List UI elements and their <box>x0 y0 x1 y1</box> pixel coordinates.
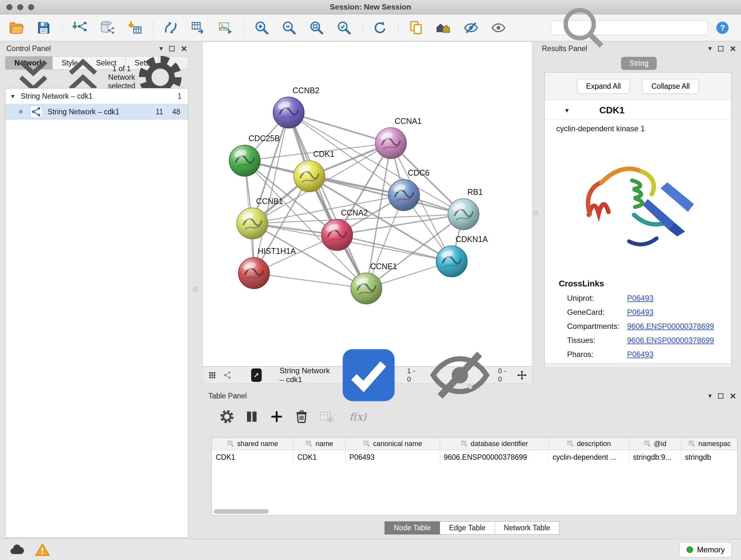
search-input[interactable] <box>612 23 704 32</box>
network-collection-row[interactable]: ▾ String Network – cdk1 1 <box>5 88 188 104</box>
collapse-table-panel-button[interactable]: ▾ <box>708 392 712 400</box>
network-node-CCNA1[interactable]: CCNA1 <box>375 116 421 159</box>
hide-selected-button[interactable] <box>463 19 479 37</box>
column-header-canonical-name[interactable]: canonical name <box>345 438 440 450</box>
cell-canonical-name[interactable]: P06493 <box>345 450 440 464</box>
network-node-CCNB2[interactable]: CCNB2 <box>273 86 320 128</box>
network-graph[interactable]: CCNB2CCNA1CDC25BCDK1CDC6RB1CCNB1CCNA2CDK… <box>203 42 532 366</box>
network-canvas[interactable]: CCNB2CCNA1CDC25BCDK1CDC6RB1CCNB1CCNA2CDK… <box>202 42 532 367</box>
close-table-panel-button[interactable]: × <box>730 391 736 401</box>
warnings-button[interactable] <box>35 542 51 558</box>
open-icon <box>8 19 24 37</box>
share-network-button[interactable] <box>223 369 232 381</box>
zoom-out-button[interactable] <box>281 19 297 37</box>
genecard-link[interactable]: P06493 <box>627 308 654 317</box>
cloud-status-button[interactable] <box>9 542 25 558</box>
grid-view-button[interactable] <box>208 369 217 381</box>
minimize-window-button[interactable] <box>17 4 23 10</box>
tab-network-table[interactable]: Network Table <box>495 521 559 535</box>
zoom-selected-button[interactable] <box>336 19 352 37</box>
import-network-database-button[interactable] <box>99 19 115 37</box>
node-label: CDC6 <box>408 168 429 177</box>
string-results-tab[interactable]: String <box>621 57 657 70</box>
table-options-button[interactable] <box>219 409 234 424</box>
float-control-panel-button[interactable] <box>169 46 175 51</box>
show-columns-button[interactable] <box>244 409 259 424</box>
newnet-icon <box>163 19 179 37</box>
cloud-icon <box>9 542 25 558</box>
help-button[interactable]: ? <box>715 20 730 36</box>
network-edge[interactable] <box>288 113 366 289</box>
collapse-control-panel-button[interactable]: ▾ <box>159 44 163 53</box>
import-table-button[interactable] <box>127 19 143 37</box>
network-node-CDKN1A[interactable]: CDKN1A <box>436 235 488 277</box>
cell-name[interactable]: CDK1 <box>293 450 345 464</box>
table-row[interactable]: CDK1 CDK1 P06493 9606.ENSP00000378699 cy… <box>212 450 738 464</box>
expand-all-button[interactable]: Expand All <box>577 79 630 94</box>
splitter-handle[interactable] <box>533 210 538 215</box>
collapse-all-button[interactable]: Collapse All <box>642 79 699 94</box>
network-edge[interactable] <box>288 113 391 143</box>
compartments-link[interactable]: 9606.ENSP00000378699 <box>627 322 714 331</box>
node-table: shared name name canonical name database… <box>212 437 738 515</box>
tab-edge-table[interactable]: Edge Table <box>440 521 495 535</box>
svg-text:?: ? <box>720 23 725 33</box>
save-icon <box>36 19 52 37</box>
collapse-results-panel-button[interactable]: ▾ <box>708 44 712 53</box>
column-header-shared-name[interactable]: shared name <box>212 438 293 450</box>
table-scrollbar-thumb[interactable] <box>214 509 269 514</box>
save-session-button[interactable] <box>36 19 52 37</box>
cell-shared-name[interactable]: CDK1 <box>212 450 293 464</box>
delete-column-button[interactable] <box>294 409 309 424</box>
network-edge[interactable] <box>254 273 366 289</box>
show-details-button[interactable] <box>490 19 507 37</box>
network-row-selected[interactable]: String Network – cdk1 11 48 <box>5 104 188 120</box>
tab-node-table[interactable]: Node Table <box>385 521 440 535</box>
function-builder-button[interactable]: f(x) <box>349 411 366 422</box>
network-node-HIST1H1A[interactable]: HIST1H1A <box>239 246 296 289</box>
copy-document-button[interactable] <box>408 19 424 37</box>
column-header-namespace[interactable]: namespac <box>681 438 738 450</box>
add-column-button[interactable] <box>269 409 284 424</box>
zoom-window-button[interactable] <box>28 4 34 10</box>
importtable-icon <box>127 19 143 37</box>
memory-button[interactable]: Memory <box>679 542 732 557</box>
home-button[interactable] <box>435 19 452 37</box>
zoom-fit-button[interactable] <box>309 19 325 37</box>
network-node-RB1[interactable]: RB1 <box>448 187 483 230</box>
close-window-button[interactable] <box>6 4 12 10</box>
close-results-panel-button[interactable]: × <box>730 44 736 54</box>
network-node-CDK1[interactable]: CDK1 <box>293 149 334 192</box>
network-node-CCNB1[interactable]: CCNB1 <box>237 197 283 239</box>
export-image-button[interactable] <box>218 19 233 37</box>
collection-expand-icon[interactable]: ▾ <box>11 92 14 100</box>
gene-expand-icon[interactable]: ▾ <box>565 106 569 115</box>
zoom-in-button[interactable] <box>254 19 270 37</box>
splitter-handle[interactable] <box>468 384 473 389</box>
cell-database-identifier[interactable]: 9606.ENSP00000378699 <box>440 450 549 464</box>
uniprot-link[interactable]: P06493 <box>627 294 654 303</box>
cell-id[interactable]: stringdb:9... <box>629 450 681 464</box>
network-edge[interactable] <box>337 235 452 261</box>
column-header-description[interactable]: description <box>549 438 629 450</box>
pan-mode-button[interactable] <box>517 368 527 382</box>
splitter-handle[interactable] <box>193 287 198 292</box>
import-network-file-button[interactable] <box>72 19 88 37</box>
pharos-link[interactable]: P06493 <box>627 350 654 359</box>
new-network-button[interactable] <box>163 19 179 37</box>
column-header-name[interactable]: name <box>293 438 345 450</box>
float-results-panel-button[interactable] <box>718 46 724 51</box>
apply-layout-button[interactable] <box>372 19 388 37</box>
network-node-CDC25B[interactable]: CDC25B <box>229 134 280 176</box>
column-header-database-identifier[interactable]: database identifier <box>440 438 549 450</box>
open-session-button[interactable] <box>8 19 24 37</box>
tissues-link[interactable]: 9606.ENSP00000378699 <box>627 336 714 345</box>
column-header-id[interactable]: @id <box>629 438 681 450</box>
cell-description[interactable]: cyclin-dependent ... <box>549 450 629 464</box>
gene-section-header[interactable]: ▾ CDK1 <box>545 100 731 120</box>
export-network-button[interactable] <box>190 19 206 37</box>
results-scrollbar[interactable] <box>545 363 731 367</box>
float-table-panel-button[interactable] <box>718 393 724 399</box>
birdseye-view-button[interactable] <box>251 368 262 382</box>
cell-namespace[interactable]: stringdb <box>681 450 738 464</box>
